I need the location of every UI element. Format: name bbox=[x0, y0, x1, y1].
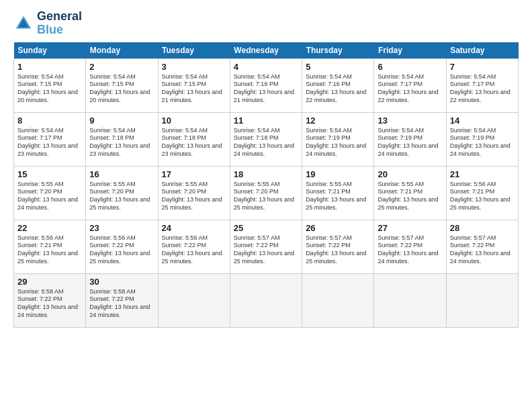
day-number: 4 bbox=[234, 62, 298, 72]
day-number: 14 bbox=[450, 116, 515, 126]
calendar-cell: 1 Sunrise: 5:54 AM Sunset: 7:15 PM Dayli… bbox=[14, 58, 86, 112]
day-number: 25 bbox=[234, 223, 298, 233]
logo-text: General Blue bbox=[37, 10, 82, 37]
cell-info: Sunrise: 5:57 AM Sunset: 7:22 PM Dayligh… bbox=[234, 234, 298, 266]
day-number: 21 bbox=[450, 169, 515, 179]
header: General Blue bbox=[13, 10, 519, 37]
day-number: 3 bbox=[162, 62, 226, 72]
calendar-cell: 10 Sunrise: 5:54 AM Sunset: 7:18 PM Dayl… bbox=[158, 112, 230, 166]
calendar-cell: 28 Sunrise: 5:57 AM Sunset: 7:22 PM Dayl… bbox=[446, 220, 518, 273]
calendar-table: SundayMondayTuesdayWednesdayThursdayFrid… bbox=[13, 42, 519, 328]
cell-info: Sunrise: 5:58 AM Sunset: 7:22 PM Dayligh… bbox=[89, 288, 154, 320]
cell-info: Sunrise: 5:55 AM Sunset: 7:20 PM Dayligh… bbox=[162, 181, 226, 212]
calendar-cell bbox=[158, 273, 230, 327]
weekday-header: Thursday bbox=[302, 42, 374, 59]
calendar-week-row: 8 Sunrise: 5:54 AM Sunset: 7:17 PM Dayli… bbox=[14, 112, 519, 166]
cell-info: Sunrise: 5:56 AM Sunset: 7:21 PM Dayligh… bbox=[17, 234, 82, 266]
weekday-header: Tuesday bbox=[158, 42, 230, 59]
calendar-cell: 29 Sunrise: 5:58 AM Sunset: 7:22 PM Dayl… bbox=[14, 273, 86, 327]
day-number: 28 bbox=[450, 223, 515, 233]
calendar-cell: 14 Sunrise: 5:54 AM Sunset: 7:19 PM Dayl… bbox=[446, 112, 518, 166]
calendar-cell: 12 Sunrise: 5:54 AM Sunset: 7:19 PM Dayl… bbox=[302, 112, 374, 166]
weekday-header: Saturday bbox=[446, 42, 518, 59]
day-number: 17 bbox=[162, 169, 226, 179]
day-number: 24 bbox=[162, 223, 226, 233]
day-number: 7 bbox=[450, 62, 515, 72]
calendar-cell bbox=[302, 273, 374, 327]
calendar-cell: 22 Sunrise: 5:56 AM Sunset: 7:21 PM Dayl… bbox=[14, 220, 86, 273]
calendar-week-row: 29 Sunrise: 5:58 AM Sunset: 7:22 PM Dayl… bbox=[14, 273, 519, 327]
calendar-week-row: 1 Sunrise: 5:54 AM Sunset: 7:15 PM Dayli… bbox=[14, 58, 519, 112]
day-number: 16 bbox=[89, 169, 154, 179]
calendar-cell: 2 Sunrise: 5:54 AM Sunset: 7:15 PM Dayli… bbox=[86, 58, 158, 112]
day-number: 5 bbox=[306, 62, 370, 72]
calendar-cell: 3 Sunrise: 5:54 AM Sunset: 7:15 PM Dayli… bbox=[158, 58, 230, 112]
day-number: 9 bbox=[89, 116, 154, 126]
weekday-header: Sunday bbox=[14, 42, 86, 59]
cell-info: Sunrise: 5:54 AM Sunset: 7:18 PM Dayligh… bbox=[89, 127, 154, 158]
calendar-cell bbox=[446, 273, 518, 327]
weekday-header: Wednesday bbox=[230, 42, 302, 59]
calendar-cell: 20 Sunrise: 5:55 AM Sunset: 7:21 PM Dayl… bbox=[374, 166, 446, 220]
day-number: 20 bbox=[378, 169, 442, 179]
cell-info: Sunrise: 5:54 AM Sunset: 7:15 PM Dayligh… bbox=[17, 73, 82, 105]
day-number: 23 bbox=[89, 223, 154, 233]
day-number: 6 bbox=[378, 62, 442, 72]
day-number: 26 bbox=[306, 223, 370, 233]
weekday-header: Friday bbox=[374, 42, 446, 59]
cell-info: Sunrise: 5:54 AM Sunset: 7:19 PM Dayligh… bbox=[378, 127, 442, 158]
cell-info: Sunrise: 5:57 AM Sunset: 7:22 PM Dayligh… bbox=[306, 234, 370, 266]
day-number: 12 bbox=[306, 116, 370, 126]
calendar-cell: 18 Sunrise: 5:55 AM Sunset: 7:20 PM Dayl… bbox=[230, 166, 302, 220]
cell-info: Sunrise: 5:54 AM Sunset: 7:18 PM Dayligh… bbox=[162, 127, 226, 158]
calendar-body: 1 Sunrise: 5:54 AM Sunset: 7:15 PM Dayli… bbox=[14, 58, 519, 327]
logo-icon bbox=[13, 13, 34, 34]
cell-info: Sunrise: 5:54 AM Sunset: 7:18 PM Dayligh… bbox=[234, 127, 298, 158]
calendar-cell bbox=[230, 273, 302, 327]
calendar-cell: 7 Sunrise: 5:54 AM Sunset: 7:17 PM Dayli… bbox=[446, 58, 518, 112]
cell-info: Sunrise: 5:55 AM Sunset: 7:20 PM Dayligh… bbox=[234, 181, 298, 212]
day-number: 10 bbox=[162, 116, 226, 126]
day-number: 1 bbox=[17, 62, 82, 72]
calendar-cell: 23 Sunrise: 5:56 AM Sunset: 7:22 PM Dayl… bbox=[86, 220, 158, 273]
day-number: 11 bbox=[234, 116, 298, 126]
calendar-cell: 6 Sunrise: 5:54 AM Sunset: 7:17 PM Dayli… bbox=[374, 58, 446, 112]
cell-info: Sunrise: 5:54 AM Sunset: 7:16 PM Dayligh… bbox=[306, 73, 370, 105]
calendar-cell: 16 Sunrise: 5:55 AM Sunset: 7:20 PM Dayl… bbox=[86, 166, 158, 220]
cell-info: Sunrise: 5:54 AM Sunset: 7:16 PM Dayligh… bbox=[234, 73, 298, 105]
header-row: SundayMondayTuesdayWednesdayThursdayFrid… bbox=[14, 42, 519, 59]
cell-info: Sunrise: 5:54 AM Sunset: 7:19 PM Dayligh… bbox=[306, 127, 370, 158]
calendar-cell: 4 Sunrise: 5:54 AM Sunset: 7:16 PM Dayli… bbox=[230, 58, 302, 112]
cell-info: Sunrise: 5:57 AM Sunset: 7:22 PM Dayligh… bbox=[378, 234, 442, 266]
day-number: 8 bbox=[17, 116, 82, 126]
calendar-cell: 8 Sunrise: 5:54 AM Sunset: 7:17 PM Dayli… bbox=[14, 112, 86, 166]
calendar-cell: 17 Sunrise: 5:55 AM Sunset: 7:20 PM Dayl… bbox=[158, 166, 230, 220]
day-number: 19 bbox=[306, 169, 370, 179]
cell-info: Sunrise: 5:56 AM Sunset: 7:22 PM Dayligh… bbox=[162, 234, 226, 266]
cell-info: Sunrise: 5:54 AM Sunset: 7:17 PM Dayligh… bbox=[450, 73, 515, 105]
day-number: 18 bbox=[234, 169, 298, 179]
calendar-cell: 15 Sunrise: 5:55 AM Sunset: 7:20 PM Dayl… bbox=[14, 166, 86, 220]
calendar-cell: 13 Sunrise: 5:54 AM Sunset: 7:19 PM Dayl… bbox=[374, 112, 446, 166]
cell-info: Sunrise: 5:54 AM Sunset: 7:17 PM Dayligh… bbox=[17, 127, 82, 158]
calendar-cell bbox=[374, 273, 446, 327]
day-number: 22 bbox=[17, 223, 82, 233]
calendar-cell: 24 Sunrise: 5:56 AM Sunset: 7:22 PM Dayl… bbox=[158, 220, 230, 273]
cell-info: Sunrise: 5:56 AM Sunset: 7:21 PM Dayligh… bbox=[450, 181, 515, 212]
calendar-cell: 25 Sunrise: 5:57 AM Sunset: 7:22 PM Dayl… bbox=[230, 220, 302, 273]
logo: General Blue bbox=[13, 10, 82, 37]
calendar-cell: 19 Sunrise: 5:55 AM Sunset: 7:21 PM Dayl… bbox=[302, 166, 374, 220]
day-number: 27 bbox=[378, 223, 442, 233]
cell-info: Sunrise: 5:56 AM Sunset: 7:22 PM Dayligh… bbox=[89, 234, 154, 266]
weekday-header: Monday bbox=[86, 42, 158, 59]
cell-info: Sunrise: 5:55 AM Sunset: 7:21 PM Dayligh… bbox=[306, 181, 370, 212]
calendar-cell: 21 Sunrise: 5:56 AM Sunset: 7:21 PM Dayl… bbox=[446, 166, 518, 220]
day-number: 30 bbox=[89, 277, 154, 287]
cell-info: Sunrise: 5:54 AM Sunset: 7:17 PM Dayligh… bbox=[378, 73, 442, 105]
day-number: 13 bbox=[378, 116, 442, 126]
cell-info: Sunrise: 5:57 AM Sunset: 7:22 PM Dayligh… bbox=[450, 234, 515, 266]
calendar-cell: 26 Sunrise: 5:57 AM Sunset: 7:22 PM Dayl… bbox=[302, 220, 374, 273]
calendar-header: SundayMondayTuesdayWednesdayThursdayFrid… bbox=[14, 42, 519, 59]
cell-info: Sunrise: 5:55 AM Sunset: 7:21 PM Dayligh… bbox=[378, 181, 442, 212]
calendar-cell: 9 Sunrise: 5:54 AM Sunset: 7:18 PM Dayli… bbox=[86, 112, 158, 166]
